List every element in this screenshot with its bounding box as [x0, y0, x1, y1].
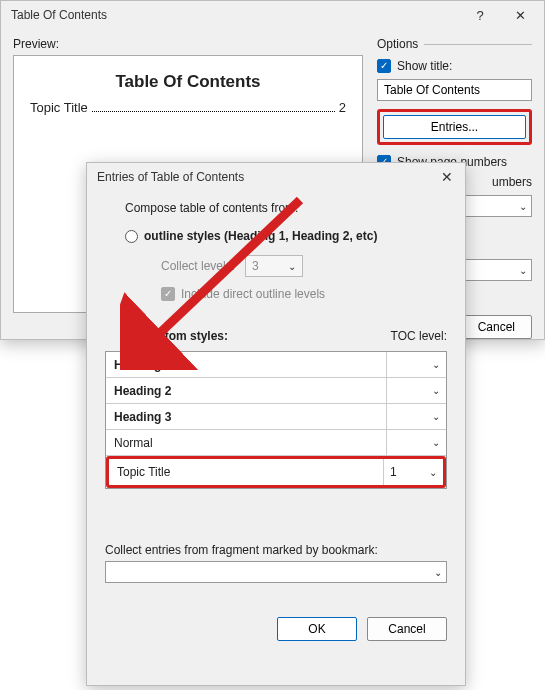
- style-row[interactable]: Topic Title1⌄: [109, 459, 443, 485]
- include-direct-label: Include direct outline levels: [181, 287, 325, 301]
- style-level-combo[interactable]: ⌄: [386, 378, 446, 403]
- levels-spinner: 3 ⌄: [245, 255, 303, 277]
- custom-styles-radio[interactable]: custom styles:: [125, 325, 391, 347]
- chevron-down-icon: ⌄: [432, 437, 440, 448]
- style-name: Heading 2: [106, 384, 386, 398]
- include-direct-checkbox: ✓ Include direct outline levels: [105, 285, 447, 303]
- bookmark-combo[interactable]: ⌄: [105, 561, 447, 583]
- sub-titlebar: Entries of Table of Contents ✕: [87, 163, 465, 191]
- style-row[interactable]: Heading 3⌄: [106, 404, 446, 430]
- style-level-combo[interactable]: ⌄: [386, 430, 446, 455]
- custom-radio-label: custom styles:: [144, 329, 228, 343]
- outline-styles-radio[interactable]: outline styles (Heading 1, Heading 2, et…: [105, 225, 447, 247]
- style-level-combo[interactable]: ⌄: [386, 404, 446, 429]
- sub-close-button[interactable]: ✕: [433, 163, 461, 191]
- chevron-down-icon: ⌄: [432, 359, 440, 370]
- check-icon: ✓: [377, 59, 391, 73]
- separator: [424, 44, 532, 45]
- toc-level-label: TOC level:: [391, 329, 447, 343]
- chevron-down-icon: ⌄: [288, 261, 296, 272]
- chevron-down-icon: ⌄: [519, 265, 527, 276]
- main-cancel-button[interactable]: Cancel: [461, 315, 532, 339]
- chevron-down-icon: ⌄: [434, 567, 442, 578]
- show-title-label: Show title:: [397, 59, 452, 73]
- preview-label: Preview:: [13, 37, 363, 51]
- radio-icon: [125, 230, 138, 243]
- dialog-title: Table Of Contents: [11, 8, 460, 22]
- help-button[interactable]: ?: [460, 1, 500, 29]
- show-title-checkbox[interactable]: ✓ Show title:: [377, 57, 532, 75]
- style-name: Heading 1: [106, 358, 386, 372]
- outline-radio-label: outline styles (Heading 1, Heading 2, et…: [144, 229, 377, 243]
- style-row[interactable]: Heading 1⌄: [106, 352, 446, 378]
- title-input[interactable]: [377, 79, 532, 101]
- collect-levels-label: Collect levels:: [161, 259, 235, 273]
- style-name: Normal: [106, 436, 386, 450]
- preview-leader-dots: [92, 111, 335, 112]
- style-name: Topic Title: [109, 465, 383, 479]
- check-icon: ✓: [161, 287, 175, 301]
- style-level-combo[interactable]: ⌄: [386, 352, 446, 377]
- chevron-down-icon: ⌄: [432, 411, 440, 422]
- preview-item-page: 2: [339, 100, 346, 115]
- options-label: Options: [377, 37, 418, 51]
- compose-label: Compose table of contents from:: [105, 201, 447, 215]
- preview-title: Table Of Contents: [30, 72, 346, 92]
- radio-icon: [125, 330, 138, 343]
- close-button[interactable]: ✕: [500, 1, 540, 29]
- entries-highlight: Entries...: [377, 109, 532, 145]
- preview-item-text: Topic Title: [30, 100, 88, 115]
- titlebar: Table Of Contents ? ✕: [1, 1, 544, 29]
- chevron-down-icon: ⌄: [429, 467, 437, 478]
- entries-button[interactable]: Entries...: [383, 115, 526, 139]
- ok-button[interactable]: OK: [277, 617, 357, 641]
- entries-dialog: Entries of Table of Contents ✕ Compose t…: [86, 162, 466, 686]
- sub-cancel-button[interactable]: Cancel: [367, 617, 447, 641]
- style-row[interactable]: Normal⌄: [106, 430, 446, 456]
- collect-bookmark-label: Collect entries from fragment marked by …: [105, 543, 447, 557]
- style-table: Heading 1⌄Heading 2⌄Heading 3⌄Normal⌄Top…: [105, 351, 447, 489]
- style-row[interactable]: Heading 2⌄: [106, 378, 446, 404]
- style-name: Heading 3: [106, 410, 386, 424]
- style-level-combo[interactable]: 1⌄: [383, 459, 443, 485]
- chevron-down-icon: ⌄: [519, 201, 527, 212]
- style-level-value: 1: [390, 465, 397, 479]
- topic-title-highlight: Topic Title1⌄: [106, 456, 446, 488]
- chevron-down-icon: ⌄: [432, 385, 440, 396]
- sub-dialog-title: Entries of Table of Contents: [97, 170, 433, 184]
- preview-row: Topic Title 2: [30, 100, 346, 115]
